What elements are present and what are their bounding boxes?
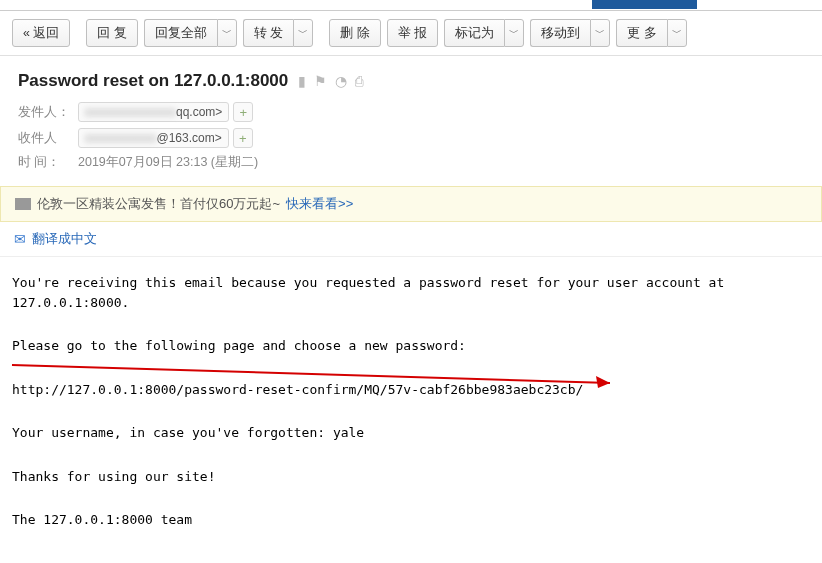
more-button[interactable]: 更 多 [616,19,666,47]
reply-all-dropdown[interactable]: ﹀ [217,19,237,47]
from-label: 发件人： [18,104,78,121]
to-redacted: xxxxxxxxxxx [85,131,157,145]
translate-icon: ✉ [14,231,26,247]
window-tab-strip [0,0,822,11]
subject-row: Password reset on 127.0.0.1:8000 ▮ ⚑ ◔ ⎙ [0,56,822,99]
mark-as-split: 标记为 ﹀ [444,19,524,47]
subject-text: Password reset on 127.0.0.1:8000 [18,71,288,91]
from-pill[interactable]: xxxxxxxxxxxxxx qq.com> [78,102,229,122]
from-redacted: xxxxxxxxxxxxxx [85,105,176,119]
bookmark-icon[interactable]: ▮ [298,73,306,89]
body-line-2: Please go to the following page and choo… [12,336,810,356]
forward-split: 转 发 ﹀ [243,19,313,47]
body-link: http://127.0.0.1:8000/password-reset-con… [12,380,810,400]
from-row: 发件人： xxxxxxxxxxxxxx qq.com> + [18,99,804,125]
print-icon[interactable]: ⎙ [355,73,363,89]
more-dropdown[interactable]: ﹀ [667,19,687,47]
body-line-6: The 127.0.0.1:8000 team [12,510,810,530]
forward-button[interactable]: 转 发 [243,19,293,47]
delete-button[interactable]: 删 除 [329,19,380,47]
ad-text: 伦敦一区精装公寓发售！首付仅60万元起~ [37,195,280,213]
clock-icon[interactable]: ◔ [335,73,347,89]
to-label: 收件人 [18,130,78,147]
body-line-1: You're receiving this email because you … [12,273,810,312]
move-to-dropdown[interactable]: ﹀ [590,19,610,47]
to-suffix: @163.com> [157,131,222,145]
time-label: 时 间： [18,154,78,171]
to-row: 收件人 xxxxxxxxxxx @163.com> + [18,125,804,151]
to-pill[interactable]: xxxxxxxxxxx @163.com> [78,128,229,148]
translate-bar: ✉ 翻译成中文 [0,222,822,257]
ad-link[interactable]: 快来看看>> [286,195,353,213]
reply-all-split: 回复全部 ﹀ [144,19,237,47]
mark-as-button[interactable]: 标记为 [444,19,504,47]
move-to-button[interactable]: 移动到 [530,19,590,47]
ad-icon [15,198,31,210]
meta-block: 发件人： xxxxxxxxxxxxxx qq.com> + 收件人 xxxxxx… [0,99,822,186]
from-add-contact[interactable]: + [233,102,253,122]
reply-all-button[interactable]: 回复全部 [144,19,217,47]
reply-button[interactable]: 回 复 [86,19,137,47]
toolbar: « 返回 回 复 回复全部 ﹀ 转 发 ﹀ 删 除 举 报 标记为 ﹀ 移动到 … [0,11,822,56]
forward-dropdown[interactable]: ﹀ [293,19,313,47]
flag-icon[interactable]: ⚑ [314,73,327,89]
report-button[interactable]: 举 报 [387,19,438,47]
translate-link[interactable]: 翻译成中文 [32,230,97,248]
time-value: 2019年07月09日 23:13 (星期二) [78,154,258,171]
mark-as-dropdown[interactable]: ﹀ [504,19,524,47]
from-suffix: qq.com> [176,105,222,119]
subject-actions: ▮ ⚑ ◔ ⎙ [298,73,363,89]
mail-body: You're receiving this email because you … [0,257,822,563]
back-button[interactable]: « 返回 [12,19,70,47]
move-to-split: 移动到 ﹀ [530,19,610,47]
time-row: 时 间： 2019年07月09日 23:13 (星期二) [18,151,804,174]
ad-bar: 伦敦一区精装公寓发售！首付仅60万元起~ 快来看看>> [0,186,822,222]
to-add-contact[interactable]: + [233,128,253,148]
body-line-4: Your username, in case you've forgotten:… [12,423,810,443]
body-line-5: Thanks for using our site! [12,467,810,487]
more-split: 更 多 ﹀ [616,19,686,47]
